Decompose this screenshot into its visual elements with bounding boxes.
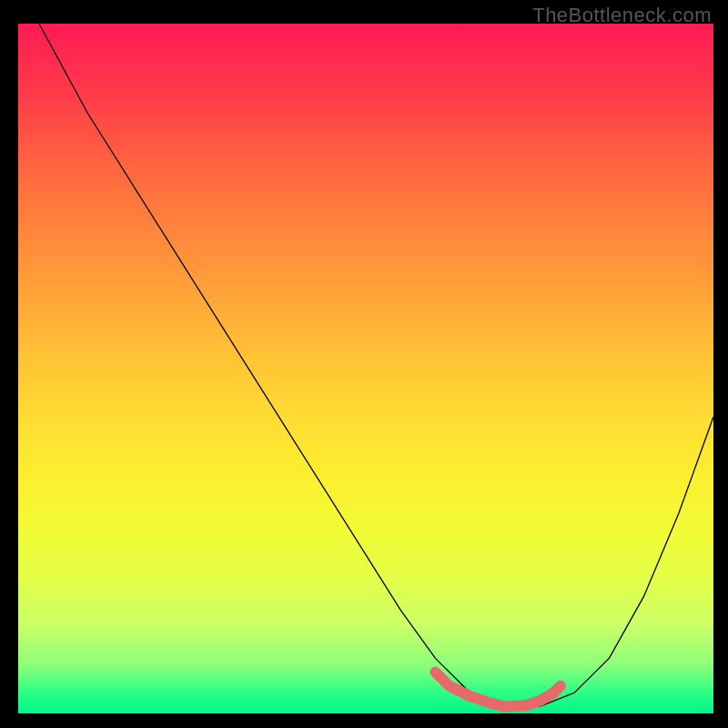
plot-area [18, 24, 713, 713]
main-curve [39, 24, 713, 706]
curve-layer [18, 24, 713, 713]
chart-frame: TheBottleneck.com [0, 0, 728, 728]
